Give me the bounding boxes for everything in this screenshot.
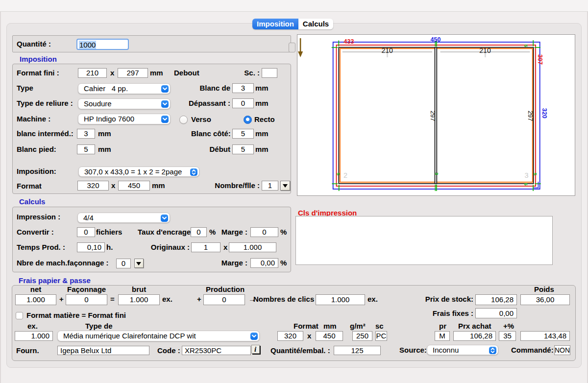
svg-text:2: 2	[343, 171, 347, 179]
svg-text:5: 5	[523, 183, 529, 186]
svg-text:450: 450	[431, 36, 441, 43]
svg-text:210: 210	[479, 47, 491, 54]
svg-text:320: 320	[541, 108, 548, 119]
svg-text:307: 307	[537, 54, 543, 65]
svg-text:297: 297	[429, 111, 437, 121]
svg-text:5: 5	[533, 173, 538, 176]
svg-text:5: 5	[336, 173, 341, 176]
svg-text:5: 5	[523, 45, 529, 48]
svg-text:3: 3	[524, 171, 528, 179]
svg-text:297: 297	[527, 111, 534, 121]
svg-text:3: 3	[434, 172, 440, 175]
svg-text:210: 210	[382, 47, 393, 54]
svg-text:433: 433	[344, 38, 354, 45]
